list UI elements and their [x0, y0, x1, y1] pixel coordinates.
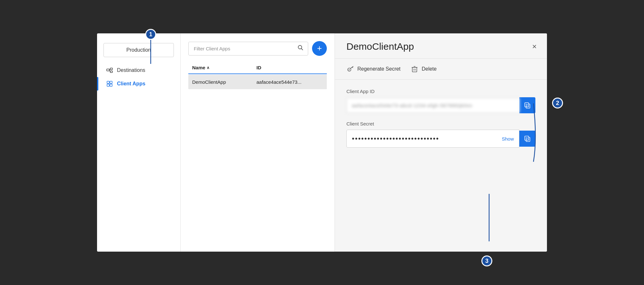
client-secret-input-wrap: •••••••••••••••••••••••••••• Show	[346, 130, 519, 148]
delete-button[interactable]: Delete	[411, 65, 436, 73]
filter-input[interactable]	[188, 42, 308, 56]
sort-asc-icon: ∧	[207, 65, 210, 70]
sidebar-nav: Destinations Client Apps	[103, 64, 174, 91]
svg-rect-7	[107, 84, 109, 86]
svg-rect-15	[412, 67, 417, 72]
right-panel-header: DemoClientApp ×	[335, 33, 547, 59]
annotation-badge-1: 1	[145, 29, 156, 40]
client-apps-table: Name ∧ ID DemoClientApp aaface4ace544e73…	[188, 65, 327, 89]
trash-icon	[411, 65, 418, 73]
row-name-cell: DemoClientApp	[192, 79, 256, 85]
sidebar-item-destinations[interactable]: Destinations	[103, 64, 174, 77]
client-secret-field: Client Secret ••••••••••••••••••••••••••…	[346, 121, 535, 148]
delete-label: Delete	[422, 66, 436, 72]
annotation-badge-3: 3	[481, 255, 492, 266]
client-secret-row: •••••••••••••••••••••••••••• Show	[346, 130, 535, 148]
right-panel-actions: Regenerate Secret Delete	[335, 59, 547, 80]
client-secret-dots: ••••••••••••••••••••••••••••	[352, 130, 499, 147]
close-button[interactable]: ×	[532, 43, 537, 50]
table-row[interactable]: DemoClientApp aaface4ace544e73...	[188, 75, 327, 89]
environment-selector[interactable]: Production	[103, 43, 174, 57]
client-app-id-row	[346, 97, 535, 113]
svg-rect-6	[110, 81, 112, 83]
add-client-app-button[interactable]: +	[312, 41, 327, 56]
search-icon	[297, 45, 304, 53]
destinations-label: Destinations	[117, 67, 145, 73]
svg-line-13	[352, 67, 353, 68]
regenerate-secret-label: Regenerate Secret	[357, 66, 400, 72]
svg-rect-1	[110, 68, 112, 70]
client-app-id-input[interactable]	[346, 98, 519, 113]
copy-client-app-id-button[interactable]	[519, 97, 535, 113]
annotation-badge-2: 2	[552, 98, 563, 108]
main-container: Production Destinations	[97, 33, 547, 252]
key-icon	[346, 65, 354, 73]
destinations-icon	[106, 67, 113, 74]
svg-rect-8	[110, 84, 112, 86]
client-apps-icon	[106, 80, 113, 87]
add-icon: +	[317, 44, 322, 52]
filter-row: +	[188, 41, 327, 56]
right-panel: DemoClientApp × Regenerate Sec	[335, 33, 547, 252]
svg-rect-2	[110, 71, 112, 73]
col-name-header: Name ∧	[192, 65, 256, 70]
table-header: Name ∧ ID	[188, 65, 327, 74]
client-secret-label: Client Secret	[346, 121, 535, 126]
right-panel-title: DemoClientApp	[346, 41, 414, 52]
sidebar-item-client-apps[interactable]: Client Apps	[103, 77, 174, 91]
regenerate-secret-button[interactable]: Regenerate Secret	[346, 65, 400, 73]
svg-rect-0	[107, 69, 109, 71]
col-id-header: ID	[256, 65, 261, 70]
row-id-cell: aaface4ace544e73...	[256, 79, 301, 85]
svg-point-14	[349, 69, 350, 70]
svg-line-10	[301, 48, 303, 50]
filter-input-wrap	[188, 42, 308, 56]
client-apps-label: Client Apps	[117, 81, 145, 87]
middle-panel: + Name ∧ ID DemoClientApp aaface4ace544e…	[181, 33, 335, 252]
sidebar: Production Destinations	[97, 33, 181, 252]
client-app-id-field: Client App ID	[346, 89, 535, 113]
show-secret-link[interactable]: Show	[502, 136, 514, 142]
client-app-id-label: Client App ID	[346, 89, 535, 94]
svg-rect-5	[107, 81, 109, 83]
right-panel-content: Client App ID	[335, 80, 547, 157]
copy-client-secret-button[interactable]	[519, 131, 535, 147]
